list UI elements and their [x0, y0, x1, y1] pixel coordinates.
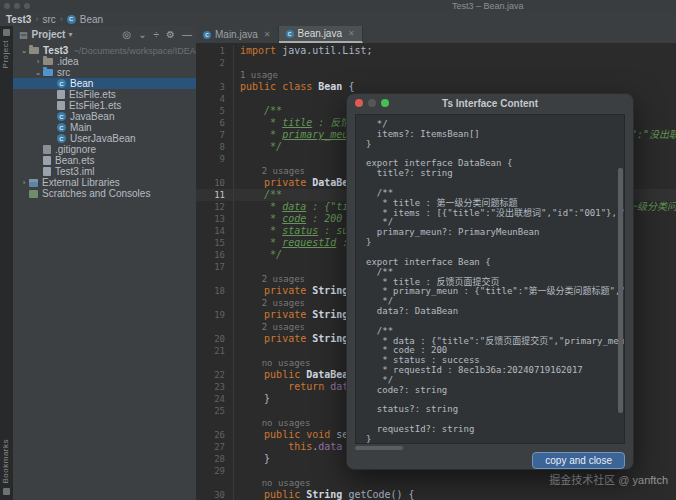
code-text [234, 261, 240, 273]
code-token: private [240, 285, 312, 296]
usage-annotation[interactable]: 1 usage [240, 70, 278, 80]
chevron-down-icon[interactable]: ⌄ [19, 46, 29, 55]
project-tool-icon[interactable] [3, 29, 10, 36]
code-text: no usages [234, 357, 310, 369]
code-token: private [240, 177, 312, 188]
tree-item-label: .idea [57, 56, 79, 67]
project-panel-title[interactable]: Project [32, 29, 66, 40]
file-icon [57, 101, 65, 110]
chevron-down-icon[interactable]: ▾ [68, 30, 72, 39]
tree-item-label: src [57, 67, 70, 78]
dialog-zoom-icon[interactable] [381, 99, 389, 107]
tree-item--idea[interactable]: ›.idea [13, 56, 196, 67]
ts-code-line: } [366, 238, 624, 248]
dialog-window-controls [355, 99, 389, 107]
project-tool-label[interactable]: Project [1, 40, 10, 68]
tree-item-bean-ets[interactable]: Bean.ets [13, 155, 196, 166]
breadcrumb-item[interactable]: Test3 [6, 14, 31, 25]
tree-item-bean[interactable]: CBean [13, 78, 196, 89]
close-window-icon[interactable] [4, 3, 10, 9]
tree-item-src[interactable]: ⌄src [13, 67, 196, 78]
settings-gear-icon[interactable]: ⚙ [166, 29, 175, 40]
tree-item--gitignore[interactable]: .gitignore [13, 144, 196, 155]
usage-annotation[interactable]: 2 usages [240, 298, 305, 308]
tab-main-java[interactable]: CMain.java✕ [196, 26, 279, 43]
line-number: 16 [196, 249, 234, 261]
code-line[interactable]: 2 [196, 57, 676, 69]
tree-item-external-libraries[interactable]: ›External Libraries [13, 177, 196, 188]
usage-annotation-row[interactable]: 1 usage [196, 69, 676, 81]
line-number: 23 [196, 381, 234, 393]
vertical-scrollbar[interactable] [618, 168, 623, 413]
horizontal-scrollbar[interactable] [355, 446, 403, 450]
tree-item-label: Scratches and Consoles [42, 188, 150, 199]
usage-annotation[interactable]: no usages [240, 358, 310, 368]
tree-item-main[interactable]: CMain [13, 122, 196, 133]
folder-icon [43, 58, 53, 65]
file-icon [43, 156, 51, 165]
tree-item-label: Bean [70, 78, 93, 89]
bookmarks-tool-icon[interactable] [3, 488, 10, 495]
ts-code-view[interactable]: */ items?: ItemsBean[]}export interface … [355, 114, 625, 444]
tree-item-scratches-and-consoles[interactable]: Scratches and Consoles [13, 188, 196, 199]
tree-item-label: EtsFile1.ets [69, 100, 121, 111]
usage-annotation[interactable]: 2 usages [240, 166, 305, 176]
chevron-right-icon[interactable]: › [33, 57, 43, 66]
tree-item-etsfile1-ets[interactable]: EtsFile1.ets [13, 100, 196, 111]
tab-bean-java[interactable]: CBean.java✕ [279, 26, 363, 43]
copy-and-close-button[interactable]: copy and close [532, 452, 625, 469]
line-number: 7 [196, 129, 234, 141]
tree-item-label: UserJavaBean [70, 133, 136, 144]
close-tab-icon[interactable]: ✕ [348, 29, 355, 38]
code-text [234, 153, 240, 165]
chevron-down-icon[interactable]: ⌄ [33, 68, 43, 77]
usage-annotation[interactable]: no usages [240, 478, 310, 488]
tree-item-label: External Libraries [42, 177, 120, 188]
bookmarks-tool-label[interactable]: Bookmarks [1, 439, 10, 484]
code-token: private [240, 333, 312, 344]
tree-item-etsfile-ets[interactable]: EtsFile.ets [13, 89, 196, 100]
line-number: 27 [196, 441, 234, 453]
line-number: 9 [196, 153, 234, 165]
usage-annotation[interactable]: 2 usages [240, 322, 305, 332]
breadcrumb-item[interactable]: Bean [80, 14, 103, 25]
line-number: 19 [196, 309, 234, 321]
hide-panel-icon[interactable]: — [182, 29, 192, 40]
code-token: getCode() { [342, 489, 414, 500]
tree-item-userjavabean[interactable]: CUserJavaBean [13, 133, 196, 144]
tree-item-test3-iml[interactable]: Test3.iml [13, 166, 196, 177]
usage-annotation[interactable]: 2 usages [240, 274, 305, 284]
dialog-minimize-icon [368, 99, 376, 107]
dialog-close-icon[interactable] [355, 99, 363, 107]
code-text: * code : 200 [234, 213, 342, 225]
code-text: } [234, 453, 270, 465]
line-number: 18 [196, 285, 234, 297]
code-line[interactable]: 30 public String getCode() { [196, 489, 676, 500]
code-text: 2 usages [234, 165, 305, 177]
code-token: * [240, 201, 282, 212]
line-number [196, 321, 234, 333]
ts-code-line: } [366, 435, 624, 444]
close-tab-icon[interactable]: ✕ [264, 30, 271, 39]
usage-annotation[interactable]: no usages [240, 418, 310, 428]
line-number [196, 417, 234, 429]
minimize-window-icon[interactable] [14, 3, 20, 9]
tree-item-javabean[interactable]: CJavaBean [13, 111, 196, 122]
locate-file-icon[interactable]: ◎ [122, 29, 131, 40]
code-token: code [282, 213, 306, 224]
line-number: 4 [196, 93, 234, 105]
chevron-right-icon[interactable]: › [19, 178, 29, 187]
dialog-title-bar[interactable]: Ts Interface Content [347, 94, 633, 112]
ts-code-line: data?: DataBean [366, 307, 624, 317]
zoom-window-icon[interactable] [24, 3, 30, 9]
expand-all-icon[interactable]: ⌄ [138, 29, 146, 40]
tree-item-test3[interactable]: ⌄Test3~/Documents/workspace/IDEA/Test3/T… [13, 45, 196, 56]
line-number: 6 [196, 117, 234, 129]
code-text: import java.util.List; [234, 45, 372, 57]
code-line[interactable]: 3public class Bean { [196, 81, 676, 93]
horizontal-scrollbar-track [355, 446, 625, 451]
collapse-all-icon[interactable]: ÷ [154, 29, 160, 40]
breadcrumb-item[interactable]: src [42, 14, 55, 25]
code-line[interactable]: 1import java.util.List; [196, 45, 676, 57]
code-text: no usages [234, 417, 310, 429]
